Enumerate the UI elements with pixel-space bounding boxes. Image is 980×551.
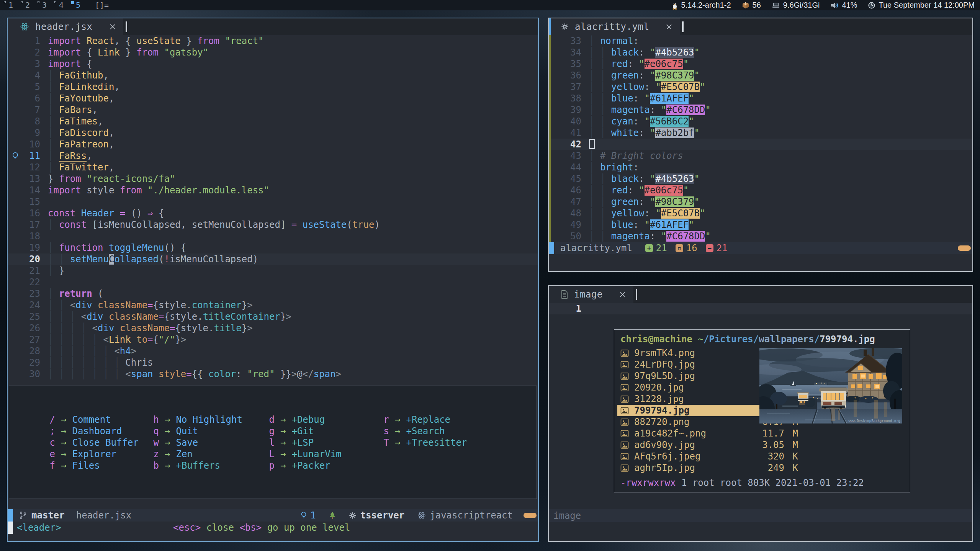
layout-symbol[interactable]: []= (95, 1, 109, 10)
whichkey-item-h[interactable]: h→No Highlight (147, 414, 242, 425)
git-added-count: 21 (656, 242, 667, 254)
code-line-40[interactable]: 40│ │ cyan: "#56B6C2" (549, 116, 972, 127)
code-line-35[interactable]: 35│ │ red: "#e06c75" (549, 58, 972, 70)
code-line-41[interactable]: 41│ │ white: "#abb2bf" (549, 127, 972, 139)
whichkey-item-r[interactable]: r→+Replace (377, 414, 467, 425)
git-branch-name[interactable]: master (31, 509, 65, 522)
code-line-50[interactable]: 50│ │ magenta: "#C678DD" (549, 231, 972, 242)
code-line-24[interactable]: 24│ │ <div className={style.container}> (8, 299, 538, 311)
tab-image[interactable]: image (549, 286, 633, 303)
code-line-23[interactable]: 23│ return ( (8, 288, 538, 299)
code-line-8[interactable]: 8│ FaTimes, (8, 116, 538, 127)
tab-header-jsx[interactable]: header.jsx (8, 18, 123, 35)
whichkey-item-c[interactable]: c→Close Buffer (43, 437, 139, 448)
code-area-alacritty-yml[interactable]: 33│ normal:34│ │ black: "#4b5263"35│ │ r… (549, 35, 972, 242)
code-line-42[interactable]: 42 (549, 139, 972, 150)
code-line-5[interactable]: 5│ FaLinkedin, (8, 81, 538, 93)
tram-near (819, 387, 847, 409)
code-line-27[interactable]: 27│ │ │ │ │ <Link to={"/"}> (8, 334, 538, 345)
code-line-20[interactable]: 20│ │ setMenuCollapsed(!isMenuCollapsed) (8, 253, 538, 265)
code-line-29[interactable]: 29│ │ │ │ │ │ │ Chris (8, 357, 538, 368)
whichkey-item-l[interactable]: l→+LSP (262, 437, 342, 448)
code-line-6[interactable]: 6│ FaYoutube, (8, 93, 538, 104)
code-line-2[interactable]: 2import { Link } from "gatsby" (8, 47, 538, 58)
code-line-28[interactable]: 28│ │ │ │ │ │ <h4> (8, 345, 538, 357)
file-row-ad6v90y.jpg[interactable]: ad6v90y.jpg3.05M (617, 439, 802, 451)
code-line-13[interactable]: 13} from "react-icons/fa" (8, 173, 538, 185)
whichkey-item-/[interactable]: /→Comment (43, 414, 139, 425)
code-line-33[interactable]: 33│ normal: (549, 35, 972, 47)
code-line-7[interactable]: 7│ FaBars, (8, 104, 538, 116)
whichkey-item-g[interactable]: g→+Git (262, 425, 342, 437)
file-row-AFq5r6j.jpeg[interactable]: AFq5r6j.jpeg320K (617, 451, 802, 462)
code-line-15[interactable]: 15 (8, 196, 538, 208)
tab-close-icon[interactable] (666, 24, 672, 30)
text-segment: bright (600, 162, 633, 173)
code-line-49[interactable]: 49│ │ blue: "#61AFEF" (549, 219, 972, 231)
code-line-18[interactable]: 18 (8, 231, 538, 242)
code-line-30[interactable]: 30│ │ │ │ │ │ │ <span style={{ color: "r… (8, 368, 538, 380)
whichkey-item-s[interactable]: s→+Search (377, 425, 467, 437)
filetype-react-icon (417, 511, 426, 520)
code-line-43[interactable]: 43│ # Bright colors (549, 150, 972, 162)
buffer-line-1[interactable]: 1 (549, 303, 972, 314)
file-row-a19c482f~.png[interactable]: a19c482f~.png11.7M (617, 428, 802, 439)
whichkey-item-T[interactable]: T→+Treesitter (377, 437, 467, 448)
whichkey-item-q[interactable]: q→Quit (147, 425, 242, 437)
code-line-19[interactable]: 19│ function toggleMenu() { (8, 242, 538, 253)
code-line-10[interactable]: 10│ FaPatreon, (8, 139, 538, 150)
diagnostic-hint-icon[interactable] (300, 511, 307, 520)
code-line-4[interactable]: 4│ FaGithub, (8, 70, 538, 81)
workspace-tag-5[interactable]: 5 (70, 0, 87, 10)
code-line-45[interactable]: 45│ │ black: "#4b5263" (549, 173, 972, 185)
workspace-tag-4[interactable]: 4 (53, 0, 70, 10)
command-line[interactable]: <leader> <esc> close <bs> go up one leve… (8, 522, 538, 534)
code-line-37[interactable]: 37│ │ yellow: "#E5C07B" (549, 81, 972, 93)
text-segment: import (48, 36, 81, 46)
tab-close-icon[interactable] (620, 291, 626, 298)
code-text: │ FaGithub, (48, 70, 109, 81)
code-line-47[interactable]: 47│ │ green: "#98C379" (549, 196, 972, 208)
whichkey-item-z[interactable]: z→Zen (147, 448, 242, 460)
whichkey-item-w[interactable]: w→Save (147, 437, 242, 448)
whichkey-item-f[interactable]: f→Files (43, 460, 139, 471)
code-line-11[interactable]: 11│ FaRss, (8, 150, 538, 162)
code-line-38[interactable]: 38│ │ blue: "#61AFEF" (549, 93, 972, 104)
text-segment: span (314, 369, 336, 379)
code-line-26[interactable]: 26│ │ │ │ <div className={style.title}> (8, 322, 538, 334)
code-area-header-jsx[interactable]: 1import React, { useState } from "react"… (8, 35, 538, 380)
code-line-12[interactable]: 12│ FaTwitter, (8, 162, 538, 173)
code-line-3[interactable]: 3import { (8, 58, 538, 70)
whichkey-item-;[interactable]: ;→Dashboard (43, 425, 139, 437)
code-line-44[interactable]: 44│ bright: (549, 162, 972, 173)
workspace-tag-3[interactable]: 3 (36, 0, 53, 10)
code-line-17[interactable]: 17│ const [isMenuCollapsed, setMenuColla… (8, 219, 538, 231)
code-line-21[interactable]: 21│ } (8, 265, 538, 276)
code-line-22[interactable]: 22 (8, 276, 538, 288)
code-line-1[interactable]: 1import React, { useState } from "react" (8, 35, 538, 47)
workspace-tag-2[interactable]: 2 (19, 0, 36, 10)
whichkey-item-L[interactable]: L→+LunarVim (262, 448, 342, 460)
editor-window-left[interactable]: header.jsx 1import React, { useState } f… (7, 18, 539, 542)
editor-window-right-top[interactable]: alacritty.yml 33│ normal:34│ │ black: "#… (548, 18, 973, 272)
code-line-36[interactable]: 36│ │ green: "#98C379" (549, 70, 972, 81)
editor-window-right-bottom[interactable]: image 1 chris@machine ~/Pictures/wallpap… (548, 285, 973, 542)
code-line-16[interactable]: 16const Header = () ⇒ { (8, 208, 538, 219)
whichkey-item-p[interactable]: p→+Packer (262, 460, 342, 471)
whichkey-item-b[interactable]: b→+Buffers (147, 460, 242, 471)
code-line-48[interactable]: 48│ │ yellow: "#E5C07B" (549, 208, 972, 219)
workspace-tag-1[interactable]: 1 (2, 0, 19, 10)
tab-alacritty-yml[interactable]: alacritty.yml (549, 18, 680, 35)
line-number: 7 (8, 104, 48, 116)
file-row-aghr5Ip.jpg[interactable]: aghr5Ip.jpg249K (617, 462, 802, 474)
whichkey-item-d[interactable]: d→+Debug (262, 414, 342, 425)
code-line-39[interactable]: 39│ │ magenta: "#C678DD" (549, 104, 972, 116)
code-line-34[interactable]: 34│ │ black: "#4b5263" (549, 47, 972, 58)
tab-close-icon[interactable] (110, 24, 116, 30)
code-line-14[interactable]: 14import style from "./header.module.les… (8, 185, 538, 196)
text-segment: : (639, 70, 650, 81)
code-line-46[interactable]: 46│ │ red: "#e06c75" (549, 185, 972, 196)
code-line-9[interactable]: 9│ FaDiscord, (8, 127, 538, 139)
whichkey-item-e[interactable]: e→Explorer (43, 448, 139, 460)
code-line-25[interactable]: 25│ │ │ <div className={style.titleConta… (8, 311, 538, 322)
